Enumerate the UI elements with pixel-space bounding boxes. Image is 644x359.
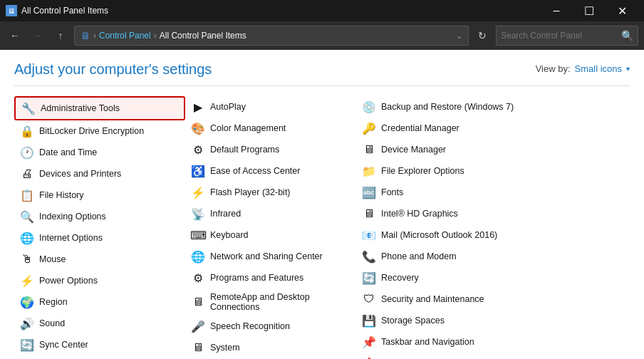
item-icon: 🔊 — [20, 316, 34, 331]
list-item[interactable]: 🎤Speech Recognition — [185, 316, 356, 337]
item-icon: 💿 — [362, 100, 376, 114]
list-item[interactable]: 🔤Fonts — [356, 182, 630, 203]
item-icon: 🌍 — [20, 295, 34, 309]
maximize-button[interactable]: ☐ — [573, 0, 606, 21]
search-box[interactable]: 🔍 — [496, 26, 638, 46]
list-item[interactable]: 📋File History — [14, 184, 185, 206]
list-item[interactable]: 🖥System — [185, 337, 356, 358]
list-item[interactable]: 🌐Network and Sharing Center — [185, 246, 356, 267]
list-item[interactable]: 💾Storage Spaces — [356, 310, 630, 331]
list-item[interactable]: 🖥Intel® HD Graphics — [356, 203, 630, 224]
address-bar: ← → ↑ 🖥 › Control Panel › All Control Pa… — [0, 21, 644, 50]
item-label: File History — [39, 190, 84, 200]
item-icon: 🖨 — [20, 167, 34, 181]
list-item[interactable]: ⚡Power Options — [14, 270, 185, 291]
list-item[interactable]: 🔄Sync Center — [14, 334, 185, 355]
list-item[interactable]: 🔍Indexing Options — [14, 206, 185, 227]
view-by-arrow-icon[interactable]: ▾ — [626, 65, 630, 73]
list-item[interactable]: ⌨Keyboard — [185, 224, 356, 246]
item-icon: 🔧 — [21, 101, 36, 115]
view-by-dropdown[interactable]: Small icons — [575, 63, 622, 74]
item-icon: 🖥 — [362, 207, 376, 221]
list-item[interactable]: 🎨Color Management — [185, 118, 356, 139]
list-item[interactable]: 🌐Internet Options — [14, 227, 185, 249]
item-label: Infrared — [210, 209, 241, 219]
item-label: Sync Center — [39, 340, 88, 350]
list-item[interactable]: 🌍Region — [14, 291, 185, 313]
item-icon: 🖥 — [191, 340, 205, 355]
list-item[interactable]: 🔑Credential Manager — [356, 118, 630, 139]
item-icon: 📡 — [191, 207, 205, 221]
list-item[interactable]: 🖱Mouse — [14, 249, 185, 270]
list-item[interactable]: 📧Mail (Microsoft Outlook 2016) — [356, 224, 630, 246]
list-item[interactable]: ♿Ease of Access Center — [185, 160, 356, 182]
item-label: Mail (Microsoft Outlook 2016) — [381, 230, 497, 240]
list-item[interactable]: 🖥RemoteApp and Desktop Connections — [185, 288, 356, 316]
item-icon: ⚙ — [191, 271, 205, 285]
item-icon: 🔤 — [362, 185, 376, 199]
search-icon[interactable]: 🔍 — [621, 30, 633, 41]
list-item[interactable]: 🔧Troubleshooting — [14, 355, 185, 359]
item-icon: 🖥 — [362, 142, 376, 157]
item-label: Administrative Tools — [41, 103, 120, 113]
list-item[interactable]: 🛡Security and Maintenance — [356, 288, 630, 310]
item-label: Devices and Printers — [39, 169, 121, 179]
list-item[interactable]: 📁File Explorer Options — [356, 160, 630, 182]
items-grid: 🔧Administrative Tools🔒BitLocker Drive En… — [14, 96, 630, 359]
list-item[interactable]: 📞Phone and Modem — [356, 246, 630, 267]
list-item[interactable]: 🔧Administrative Tools — [14, 96, 185, 120]
list-item[interactable]: 🔄Recovery — [356, 267, 630, 288]
list-item[interactable]: ⚙Default Programs — [185, 139, 356, 160]
window-title: All Control Panel Items — [21, 6, 108, 16]
minimize-button[interactable]: – — [540, 0, 573, 21]
list-item[interactable]: 📡Infrared — [185, 203, 356, 224]
item-label: Taskbar and Navigation — [381, 337, 474, 347]
item-icon: 🛡 — [362, 292, 376, 306]
address-sep2: › — [154, 31, 157, 41]
item-icon: 🕐 — [20, 145, 34, 160]
list-item[interactable]: ⚡Flash Player (32-bit) — [185, 182, 356, 203]
item-label: Mouse — [39, 254, 66, 264]
address-field[interactable]: 🖥 › Control Panel › All Control Panel It… — [74, 26, 469, 46]
column-0: 🔧Administrative Tools🔒BitLocker Drive En… — [14, 96, 185, 359]
refresh-button[interactable]: ↻ — [473, 26, 492, 45]
item-label: Phone and Modem — [381, 251, 457, 261]
column-1: ▶AutoPlay🎨Color Management⚙Default Progr… — [185, 96, 356, 359]
item-icon: 🖥 — [191, 295, 205, 309]
list-item[interactable]: 🔥Windows Defender Firewall — [356, 353, 630, 359]
app-icon: 🖥 — [6, 5, 17, 16]
item-icon: 🌐 — [191, 249, 205, 264]
forward-button[interactable]: → — [28, 26, 47, 45]
item-label: Intel® HD Graphics — [381, 209, 458, 219]
back-button[interactable]: ← — [6, 26, 24, 45]
list-item[interactable]: 💿Backup and Restore (Windows 7) — [356, 96, 630, 118]
item-label: AutoPlay — [210, 102, 246, 112]
list-item[interactable]: 🖨Devices and Printers — [14, 163, 185, 184]
divider — [14, 85, 630, 86]
item-label: Power Options — [39, 276, 98, 286]
list-item[interactable]: 🖥Device Manager — [356, 139, 630, 160]
item-label: Recovery — [381, 273, 419, 283]
breadcrumb-current: All Control Panel Items — [160, 31, 246, 41]
item-icon: 📁 — [362, 164, 376, 178]
close-button[interactable]: ✕ — [606, 0, 638, 21]
list-item[interactable]: ▶AutoPlay — [185, 96, 356, 118]
dropdown-arrow-icon: ⌄ — [456, 31, 462, 41]
item-label: Color Management — [210, 123, 286, 133]
item-icon: 📧 — [362, 228, 376, 242]
window-controls: – ☐ ✕ — [540, 0, 638, 21]
item-label: Fonts — [381, 187, 403, 197]
list-item[interactable]: 🔒BitLocker Drive Encryption — [14, 120, 185, 142]
list-item[interactable]: ⚙Programs and Features — [185, 267, 356, 288]
list-item[interactable]: 🔊Sound — [14, 313, 185, 334]
search-input[interactable] — [501, 31, 621, 41]
up-button[interactable]: ↑ — [51, 26, 70, 45]
list-item[interactable]: 📌Taskbar and Navigation — [356, 331, 630, 353]
item-label: BitLocker Drive Encryption — [39, 126, 144, 136]
list-item[interactable]: 🕐Date and Time — [14, 142, 185, 163]
item-icon: ⚡ — [20, 274, 34, 288]
item-icon: 📞 — [362, 249, 376, 264]
breadcrumb-control-panel[interactable]: Control Panel — [99, 31, 151, 41]
item-icon: 💾 — [362, 313, 376, 328]
item-label: Flash Player (32-bit) — [210, 187, 291, 197]
